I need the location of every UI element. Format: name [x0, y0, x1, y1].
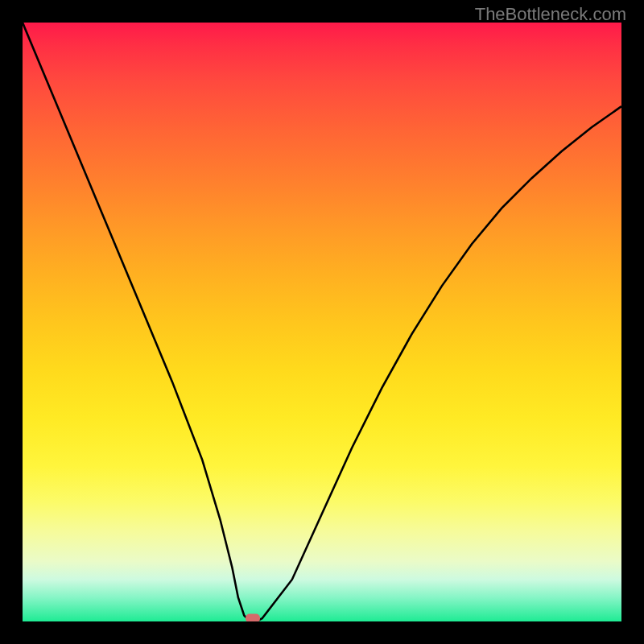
curve-svg [23, 23, 621, 621]
plot-area [23, 23, 621, 621]
optimal-point-marker [246, 614, 260, 621]
bottleneck-curve [23, 23, 621, 621]
watermark-text: TheBottleneck.com [475, 4, 626, 25]
